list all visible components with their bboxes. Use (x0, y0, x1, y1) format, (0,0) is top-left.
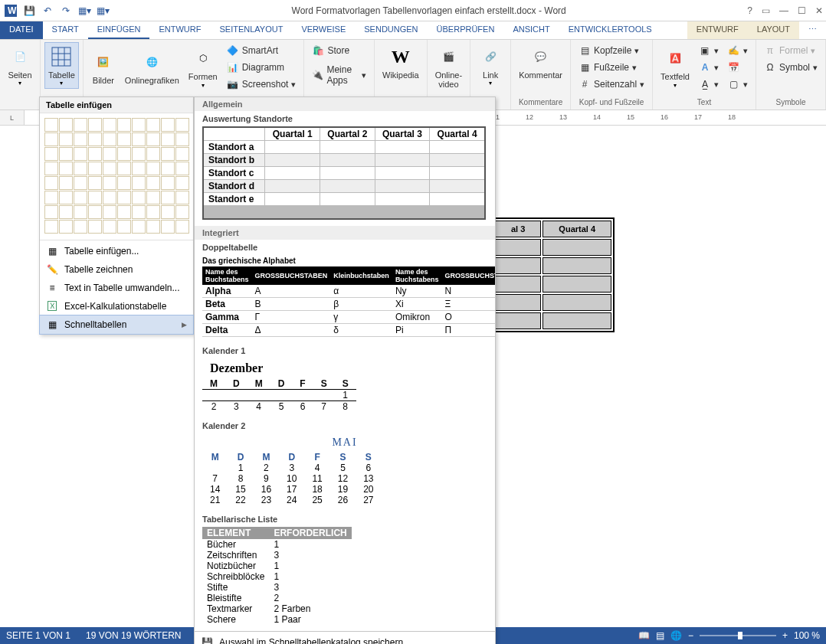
save-icon[interactable]: 💾 (21, 3, 37, 18)
grid-cell[interactable] (146, 162, 160, 175)
grid-cell[interactable] (161, 132, 175, 146)
grid-cell[interactable] (175, 205, 189, 219)
grid-cell[interactable] (59, 147, 73, 161)
online-pictures-button[interactable]: 🌐Onlinegrafiken (122, 43, 182, 92)
grid-cell[interactable] (74, 205, 87, 219)
zoom-level[interactable]: 100 % (794, 630, 820, 641)
table-cell[interactable] (495, 294, 541, 311)
save-selection-button[interactable]: 💾 Auswahl im Schnelltabellenkatalog spei… (195, 631, 495, 644)
grid-cell[interactable] (161, 118, 175, 132)
wordart-button[interactable]: A▾ (696, 60, 722, 75)
grid-cell[interactable] (175, 162, 189, 175)
grid-cell[interactable] (103, 132, 116, 146)
grid-cell[interactable] (132, 132, 146, 146)
grid-cell[interactable] (146, 191, 160, 204)
grid-cell[interactable] (132, 205, 146, 219)
grid-cell[interactable] (132, 176, 146, 190)
grid-cell[interactable] (146, 147, 160, 161)
tab-layout[interactable]: SEITENLAYOUT (210, 21, 292, 39)
quicktable-item-title[interactable]: Auswertung Standorte (195, 111, 495, 125)
tab-start[interactable]: START (43, 21, 88, 39)
grid-cell[interactable] (117, 176, 131, 190)
grid-cell[interactable] (117, 162, 131, 175)
grid-cell[interactable] (44, 147, 58, 161)
table-cell[interactable] (542, 312, 611, 329)
grid-cell[interactable] (59, 132, 73, 146)
table-cell[interactable] (495, 312, 541, 329)
grid-cell[interactable] (146, 132, 160, 146)
grid-cell[interactable] (161, 162, 175, 175)
quickparts-button[interactable]: ▣▾ (696, 43, 722, 58)
grid-cell[interactable] (44, 162, 58, 175)
grid-cell[interactable] (88, 162, 102, 175)
link-button[interactable]: 🔗Link▾ (475, 43, 506, 88)
smartart-button[interactable]: 🔷SmartArt (224, 43, 300, 58)
grid-cell[interactable] (44, 205, 58, 219)
table-header-cell[interactable]: al 3 (495, 221, 541, 237)
tab-context-layout[interactable]: LAYOUT (748, 21, 799, 39)
pictures-button[interactable]: 🖼️Bilder (88, 43, 119, 92)
qa-more2-icon[interactable]: ▦▾ (95, 3, 110, 18)
grid-cell[interactable] (88, 147, 102, 161)
grid-cell[interactable] (44, 132, 58, 146)
undo-icon[interactable]: ↶ (40, 3, 55, 18)
grid-cell[interactable] (59, 162, 73, 175)
redo-icon[interactable]: ↷ (58, 3, 74, 18)
help-icon[interactable]: ? (747, 5, 752, 16)
page-number-button[interactable]: #Seitenzahl ▾ (575, 77, 647, 92)
screenshot-button[interactable]: 📷Screenshot ▾ (224, 77, 300, 92)
grid-cell[interactable] (103, 191, 116, 204)
grid-cell[interactable] (88, 118, 102, 132)
grid-cell[interactable] (74, 132, 87, 146)
grid-cell[interactable] (146, 220, 160, 234)
quicktable-item-title[interactable]: Kalender 2 (195, 418, 495, 432)
table-header-cell[interactable]: Quartal 4 (542, 221, 611, 237)
table-cell[interactable] (495, 257, 541, 274)
close-icon[interactable]: ✕ (815, 5, 823, 16)
grid-cell[interactable] (74, 147, 87, 161)
grid-cell[interactable] (74, 162, 87, 175)
grid-cell[interactable] (161, 176, 175, 190)
table-cell[interactable] (542, 276, 611, 293)
wikipedia-button[interactable]: WWikipedia (379, 43, 422, 81)
quicktable-preview-kalender1[interactable]: Dezember MDMDFSS12345678 (202, 358, 487, 412)
grid-cell[interactable] (44, 118, 58, 132)
grid-cell[interactable] (103, 205, 116, 219)
grid-cell[interactable] (103, 162, 116, 175)
tab-review[interactable]: ÜBERPRÜFEN (428, 21, 504, 39)
online-video-button[interactable]: 🎬Online- video (432, 43, 465, 90)
table-cell[interactable] (542, 294, 611, 311)
menu-insert-table[interactable]: ▦Tabelle einfügen... (40, 242, 193, 260)
grid-cell[interactable] (117, 118, 131, 132)
grid-cell[interactable] (117, 132, 131, 146)
equation-button[interactable]: πFormel ▾ (761, 43, 821, 58)
grid-cell[interactable] (74, 176, 87, 190)
grid-cell[interactable] (175, 118, 189, 132)
datetime-button[interactable]: 📅 (725, 60, 751, 75)
menu-draw-table[interactable]: ✏️Tabelle zeichnen (40, 260, 193, 279)
tab-file[interactable]: DATEI (0, 21, 43, 39)
quicktable-item-title[interactable]: Tabellarische Liste (195, 512, 495, 525)
grid-cell[interactable] (175, 147, 189, 161)
quicktable-preview-kalender2[interactable]: MAI MDMDFSS12345678910111213141516171819… (202, 433, 487, 505)
grid-cell[interactable] (146, 118, 160, 132)
grid-cell[interactable] (59, 176, 73, 190)
table-cell[interactable] (495, 239, 541, 256)
grid-cell[interactable] (88, 132, 102, 146)
grid-cell[interactable] (132, 162, 146, 175)
grid-cell[interactable] (117, 220, 131, 234)
grid-cell[interactable] (132, 147, 146, 161)
grid-cell[interactable] (146, 176, 160, 190)
grid-cell[interactable] (117, 147, 131, 161)
view-read-icon[interactable]: 📖 (638, 630, 650, 641)
quicktable-item-title[interactable]: Doppeltabelle (195, 240, 495, 253)
dropcap-button[interactable]: A̲▾ (696, 77, 722, 92)
header-button[interactable]: ▤Kopfzeile ▾ (575, 43, 647, 58)
ribbon-collapse-icon[interactable]: ▭ (762, 5, 770, 16)
tab-insert[interactable]: EINFÜGEN (88, 21, 150, 39)
table-cell[interactable] (495, 276, 541, 293)
grid-cell[interactable] (74, 118, 87, 132)
textbox-button[interactable]: 🅰️Textfeld▾ (657, 43, 693, 92)
grid-cell[interactable] (88, 205, 102, 219)
comment-button[interactable]: 💬Kommentar (516, 43, 565, 81)
